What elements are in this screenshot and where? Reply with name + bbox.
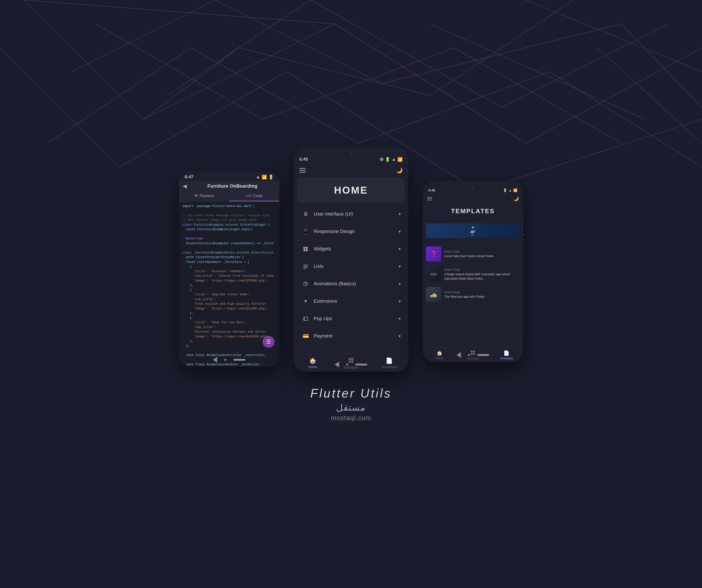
center-status-time: 6:45 bbox=[300, 157, 308, 162]
back-nav-icon[interactable] bbox=[213, 357, 217, 362]
home-icon: 🏠 bbox=[437, 350, 443, 356]
chevron-down-icon: ▾ bbox=[398, 246, 401, 252]
right-status-time: 6:46 bbox=[429, 188, 435, 192]
back-nav-icon[interactable] bbox=[335, 362, 339, 368]
menu-label-extensions: Extensions bbox=[314, 298, 337, 304]
item-since: Since 4 Day bbox=[444, 250, 520, 253]
menu-label-animations: Animations (Basics) bbox=[314, 281, 356, 286]
quiz-icon: ❓ bbox=[430, 251, 437, 257]
svg-rect-39 bbox=[349, 358, 351, 360]
recents-nav-icon[interactable] bbox=[233, 359, 245, 361]
svg-rect-40 bbox=[351, 358, 353, 360]
brand-arabic: مستقل bbox=[310, 402, 392, 413]
nav-home-label: Home bbox=[308, 365, 317, 369]
menu-item-popups[interactable]: Pop Ups ▾ bbox=[298, 310, 404, 327]
wifi-icon: ▲ bbox=[508, 188, 512, 192]
bmi-icon: BMI bbox=[431, 272, 437, 276]
home-nav-icon[interactable] bbox=[224, 359, 226, 361]
theme-toggle-button[interactable]: 🌙 bbox=[396, 167, 402, 173]
menu-label-ui: User Interface (UI) bbox=[314, 211, 353, 217]
hamburger-menu-button[interactable] bbox=[300, 168, 306, 173]
menu-item-lists[interactable]: Lists ▾ bbox=[298, 258, 404, 275]
app-name: Flutter Utils bbox=[310, 386, 392, 400]
left-phone-screen: 6:47 ▲ 📶 🔋 ◀ Furniture OnBoarding 👁 bbox=[179, 171, 279, 367]
nav-templates-label: Templates bbox=[381, 365, 397, 369]
list-item[interactable]: 🚕 Since 8 Day The Real taxi app with Flu… bbox=[426, 285, 520, 305]
recents-nav-icon[interactable] bbox=[477, 354, 489, 356]
left-tabs: 👁 Preview </> Code bbox=[179, 191, 279, 201]
menu-item-responsive[interactable]: 📱 Responsive Design ▾ bbox=[298, 223, 404, 241]
center-notch bbox=[334, 151, 368, 158]
chevron-down-icon: ▾ bbox=[398, 299, 401, 304]
center-android-nav bbox=[335, 362, 367, 368]
menu-item-widgets[interactable]: Widgets ▾ bbox=[298, 241, 404, 258]
list-item[interactable]: ❓ Since 4 Day Local Data Quiz Game using… bbox=[426, 244, 520, 264]
lists-icon bbox=[301, 262, 310, 271]
list-item[interactable]: BMI Since 7 Day A flutter based simple B… bbox=[426, 264, 520, 285]
menu-item-payment[interactable]: 💳 Payment ▾ bbox=[298, 327, 404, 345]
front-camera bbox=[350, 153, 352, 156]
left-android-nav bbox=[213, 357, 245, 362]
left-status-icons: ▲ 📶 🔋 bbox=[256, 174, 273, 180]
hamburger-menu-button[interactable] bbox=[427, 197, 432, 200]
menu-item-ui[interactable]: 🖥 User Interface (UI) ▾ bbox=[298, 205, 404, 223]
list-item[interactable]: ☀ 26° 17° Since 4 Day A simple weather a… bbox=[426, 218, 520, 244]
templates-icon: 📄 bbox=[503, 350, 509, 356]
front-camera bbox=[472, 186, 474, 188]
svg-rect-29 bbox=[304, 247, 305, 249]
wifi-icon: ▲ bbox=[392, 157, 396, 162]
home-menu-list: 🖥 User Interface (UI) ▾ 📱 Responsive Des… bbox=[294, 203, 408, 353]
nav-home[interactable]: 🏠 Home bbox=[294, 357, 332, 369]
settings-icon: ⚙ bbox=[380, 157, 383, 162]
svg-rect-32 bbox=[306, 249, 308, 251]
templates-icon: 📄 bbox=[386, 357, 393, 364]
item-desc: A simple weather app using OpenWeatherMa… bbox=[522, 224, 523, 242]
menu-label-responsive: Responsive Design bbox=[314, 229, 355, 234]
right-status-icons: 🔋 ▲ 📶 bbox=[503, 188, 517, 192]
center-status-icons: ⚙ 🔋 ▲ 📶 bbox=[380, 157, 402, 162]
templates-list: ☀ 26° 17° Since 4 Day A simple weather a… bbox=[423, 218, 523, 347]
svg-rect-31 bbox=[304, 249, 305, 251]
signal-icon: ▲ bbox=[256, 174, 260, 179]
footer-section: Flutter Utils مستقل mostaql.com bbox=[310, 386, 392, 422]
item-desc: A flutter based simple BMI Calculator ap… bbox=[444, 272, 520, 281]
chevron-down-icon: ▾ bbox=[398, 211, 401, 217]
menu-item-extensions[interactable]: ✦ Extensions ▾ bbox=[298, 293, 404, 310]
home-nav-icon[interactable] bbox=[468, 354, 470, 356]
recents-nav-icon[interactable] bbox=[355, 363, 367, 365]
svg-rect-33 bbox=[304, 265, 308, 265]
home-nav-icon[interactable] bbox=[346, 363, 348, 365]
taxi-icon: 🚕 bbox=[430, 291, 437, 298]
svg-rect-34 bbox=[304, 266, 308, 266]
left-status-bar: 6:47 ▲ 📶 🔋 bbox=[179, 171, 279, 181]
back-nav-icon[interactable] bbox=[457, 352, 461, 358]
menu-label-lists: Lists bbox=[314, 264, 324, 269]
theme-toggle-button[interactable]: 🌙 bbox=[513, 196, 519, 201]
taxi-thumbnail: 🚕 bbox=[426, 287, 441, 302]
wifi-icon: 📶 bbox=[262, 174, 267, 180]
left-phone: 6:47 ▲ 📶 🔋 ◀ Furniture OnBoarding 👁 bbox=[179, 171, 279, 367]
back-arrow-icon[interactable]: ◀ bbox=[183, 183, 187, 189]
left-status-time: 6:47 bbox=[185, 174, 193, 179]
menu-fab-button[interactable]: ☰ bbox=[263, 336, 274, 348]
code-tab[interactable]: </> Code bbox=[229, 191, 279, 201]
right-phone-screen: 6:46 🔋 ▲ 📶 🌙 TEMPLATES bbox=[423, 181, 523, 362]
item-info: Since 4 Day Local Data Quiz Game using F… bbox=[444, 250, 520, 258]
animations-icon bbox=[301, 280, 310, 288]
footer-url: mostaql.com bbox=[310, 414, 392, 422]
nav-templates[interactable]: 📄 Templates bbox=[370, 357, 408, 369]
menu-item-animations[interactable]: Animations (Basics) ▾ bbox=[298, 275, 404, 293]
chevron-down-icon: ▾ bbox=[398, 281, 401, 286]
chevron-down-icon: ▾ bbox=[398, 264, 401, 269]
preview-tab[interactable]: 👁 Preview bbox=[179, 191, 229, 201]
code-icon: </> bbox=[246, 194, 252, 198]
left-topbar: ◀ Furniture OnBoarding bbox=[179, 181, 279, 191]
nav-templates[interactable]: 📄 Templates bbox=[490, 350, 523, 360]
network-icon: 📶 bbox=[397, 157, 402, 162]
right-header: 🌙 bbox=[423, 194, 523, 204]
home-hero-section: HOME bbox=[298, 177, 404, 203]
home-title: HOME bbox=[301, 184, 401, 196]
payment-icon: 💳 bbox=[301, 332, 310, 340]
svg-rect-38 bbox=[304, 317, 308, 320]
nav-home[interactable]: 🏠 Home bbox=[423, 350, 456, 360]
